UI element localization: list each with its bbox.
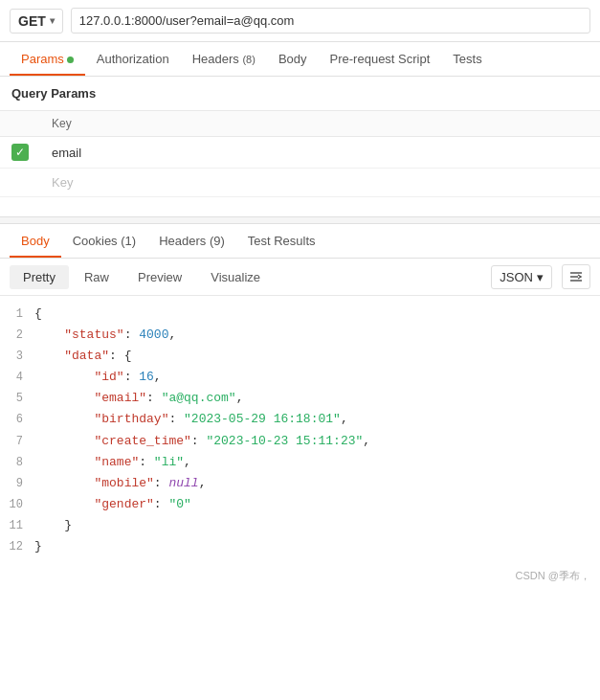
params-table: Key ✓ email Key: [0, 110, 600, 197]
line-content: "email": "a@qq.com",: [34, 388, 592, 409]
url-input[interactable]: [71, 8, 590, 34]
line-number: 7: [8, 431, 34, 451]
line-content: {: [34, 304, 592, 325]
line-number: 3: [8, 346, 34, 366]
line-content: "status": 4000,: [34, 325, 592, 346]
line-content: "gender": "0": [34, 494, 592, 515]
response-tabs: Body Cookies (1) Headers (9) Test Result…: [0, 224, 600, 259]
method-selector[interactable]: GET ▾: [10, 9, 63, 34]
view-tab-preview[interactable]: Preview: [124, 265, 195, 289]
method-chevron: ▾: [50, 15, 55, 26]
response-tab-cookies[interactable]: Cookies (1): [61, 224, 147, 258]
json-line: 10 "gender": "0": [0, 494, 600, 515]
view-tabs-row: Pretty Raw Preview Visualize JSON ▾: [0, 259, 600, 296]
json-line: 4 "id": 16,: [0, 367, 600, 388]
json-line: 9 "mobile": null,: [0, 473, 600, 494]
wrap-icon: [568, 269, 584, 284]
tab-body[interactable]: Body: [267, 42, 319, 76]
view-tab-visualize[interactable]: Visualize: [197, 265, 274, 289]
params-dot: [67, 56, 74, 63]
method-label: GET: [18, 13, 46, 29]
line-number: 11: [8, 515, 34, 535]
line-number: 6: [8, 409, 34, 429]
line-number: 10: [8, 494, 34, 514]
row-checkbox-cell: ✓: [0, 137, 40, 169]
line-content: "create_time": "2023-10-23 15:11:23",: [34, 431, 592, 452]
json-line: 11 }: [0, 515, 600, 536]
line-content: "id": 16,: [34, 367, 592, 388]
line-content: }: [34, 515, 592, 536]
response-tab-headers[interactable]: Headers (9): [147, 224, 236, 258]
format-chevron: ▾: [537, 270, 544, 284]
json-line: 6 "birthday": "2023-05-29 16:18:01",: [0, 409, 600, 430]
checkmark-icon: ✓: [15, 147, 25, 158]
col-key-header: Key: [40, 111, 600, 137]
line-number: 2: [8, 325, 34, 345]
tab-authorization[interactable]: Authorization: [85, 42, 181, 76]
line-content: "name": "li",: [34, 452, 592, 473]
line-content: "data": {: [34, 346, 592, 367]
tab-pre-request[interactable]: Pre-request Script: [319, 42, 442, 76]
line-number: 1: [8, 304, 34, 324]
view-tab-raw[interactable]: Raw: [71, 265, 122, 289]
row-key-cell[interactable]: email: [40, 137, 600, 169]
url-bar: GET ▾: [0, 0, 600, 42]
empty-key-cell[interactable]: Key: [40, 169, 600, 197]
json-line: 8 "name": "li",: [0, 452, 600, 473]
watermark: CSDN @季布，: [0, 565, 600, 587]
view-tab-pretty[interactable]: Pretty: [10, 265, 69, 289]
tab-headers[interactable]: Headers (8): [181, 42, 267, 76]
line-number: 12: [8, 536, 34, 556]
line-number: 8: [8, 452, 34, 472]
checkbox[interactable]: ✓: [11, 144, 29, 161]
line-content: "birthday": "2023-05-29 16:18:01",: [34, 409, 592, 430]
col-checkbox: [0, 111, 40, 137]
json-line: 12}: [0, 536, 600, 557]
tab-params[interactable]: Params: [10, 42, 85, 76]
request-tabs: Params Authorization Headers (8) Body Pr…: [0, 42, 600, 77]
table-row-empty: Key: [0, 169, 600, 197]
wrap-button[interactable]: [562, 264, 590, 289]
json-line: 2 "status": 4000,: [0, 325, 600, 346]
line-number: 5: [8, 388, 34, 408]
key-placeholder: Key: [52, 175, 73, 190]
tab-tests[interactable]: Tests: [441, 42, 493, 76]
table-row: ✓ email: [0, 137, 600, 169]
json-line: 3 "data": {: [0, 346, 600, 367]
section-query-params: Query Params: [0, 77, 600, 110]
response-tab-body[interactable]: Body: [10, 224, 61, 258]
empty-checkbox-cell: [0, 169, 40, 197]
line-number: 9: [8, 473, 34, 493]
json-line: 5 "email": "a@qq.com",: [0, 388, 600, 409]
json-line: 7 "create_time": "2023-10-23 15:11:23",: [0, 431, 600, 452]
line-content: "mobile": null,: [34, 473, 592, 494]
line-number: 4: [8, 367, 34, 387]
panel-divider: [0, 216, 600, 224]
json-line: 1{: [0, 304, 600, 325]
line-content: }: [34, 536, 592, 557]
format-label: JSON: [500, 270, 533, 284]
response-tab-test-results[interactable]: Test Results: [236, 224, 327, 258]
json-viewer: 1{2 "status": 4000,3 "data": {4 "id": 16…: [0, 296, 600, 565]
format-selector[interactable]: JSON ▾: [491, 265, 552, 289]
